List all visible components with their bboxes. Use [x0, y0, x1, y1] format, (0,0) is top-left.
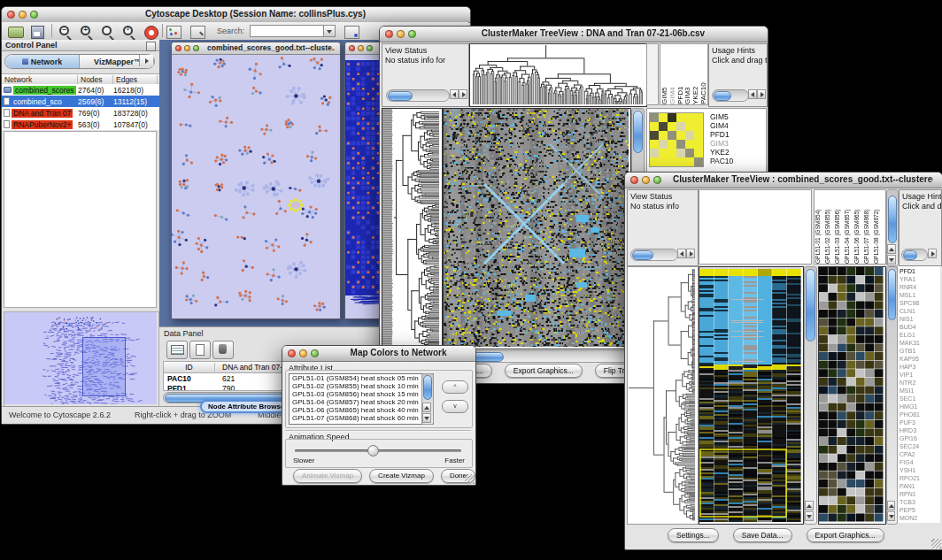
row-dendrogram[interactable] [627, 266, 699, 525]
gene-label[interactable]: GPI16 [900, 434, 940, 442]
column-label[interactable]: PAC10 [699, 44, 707, 104]
close-button[interactable] [7, 11, 15, 19]
gene-label[interactable]: PUF3 [900, 418, 940, 426]
column-label[interactable]: GPL51-01 (GSM854) [815, 190, 824, 264]
gene-label[interactable]: MSL1 [900, 291, 940, 299]
table-icon[interactable] [166, 341, 188, 359]
gene-label[interactable]: SPC98 [900, 299, 940, 307]
scroll-left-button[interactable] [677, 249, 686, 258]
zoom-heatmap[interactable] [818, 266, 886, 525]
minimize-button[interactable] [19, 11, 27, 19]
gene-label[interactable]: MON2 [900, 514, 940, 522]
gene-label[interactable]: YRA1 [900, 275, 940, 283]
row-label[interactable]: GIM4 [710, 121, 763, 130]
open-file-icon[interactable] [8, 24, 26, 38]
scrollbar-thumb[interactable] [888, 269, 896, 320]
new-attribute-icon[interactable] [189, 341, 211, 359]
attribute-item[interactable]: GPL51-04 (GSM857) heat shock 20 min [290, 398, 433, 406]
gene-label[interactable]: FIG4 [900, 458, 940, 466]
scroll-right-button[interactable] [928, 249, 937, 258]
search-config-icon[interactable] [344, 24, 362, 38]
help-icon[interactable] [144, 24, 162, 38]
zoom-in-icon[interactable]: + [79, 24, 97, 38]
zoom-selected-icon[interactable]: 1 [121, 24, 139, 38]
network-row[interactable]: RNAPuberNov2+ 563(0) 107847(0) [2, 119, 159, 130]
network-row[interactable]: DNA and Tran 07 769(0) 183728(0) [2, 107, 159, 119]
network-view-window[interactable]: combined_scores_good.txt--cluste... [171, 42, 341, 319]
usage-hints-scrollbar[interactable] [901, 249, 928, 261]
gene-label[interactable]: TCB3 [900, 498, 940, 506]
tab[interactable]: Network [5, 55, 80, 68]
treeview1-titlebar[interactable]: ClusterMaker TreeView : DNA and Tran 07-… [380, 27, 768, 42]
gene-label[interactable]: PAN1 [900, 482, 940, 490]
heatmap[interactable] [443, 108, 631, 349]
view-status-scrollbar[interactable] [630, 249, 678, 261]
column-label[interactable]: GIM3 [683, 44, 691, 104]
row-dendrogram[interactable] [382, 108, 443, 349]
attribute-item[interactable]: GPL51-06 (GSM865) heat shock 40 min [290, 406, 433, 414]
gene-label[interactable]: RPO21 [900, 474, 940, 482]
gene-label[interactable]: HAP3 [900, 363, 940, 371]
save-icon[interactable] [31, 24, 49, 38]
gene-label[interactable]: SEC1 [900, 395, 940, 403]
network-canvas[interactable] [172, 55, 338, 318]
row-label[interactable]: PFD1 [710, 130, 763, 139]
column-label[interactable]: GPL51-02 (GSM855) [824, 190, 834, 264]
gene-label[interactable]: ELG1 [900, 331, 940, 339]
resize-grip[interactable] [931, 539, 941, 548]
zoom-fit-icon[interactable] [100, 24, 118, 38]
move-down-button[interactable]: v [442, 400, 468, 413]
treeview2-titlebar[interactable]: ClusterMaker TreeView : combined_scores_… [625, 173, 942, 188]
column-label[interactable]: GIM5 [660, 44, 668, 104]
view-status-scrollbar[interactable] [386, 89, 450, 102]
network-row[interactable]: combined_scores 2764(0) 16218(0) [2, 84, 159, 96]
row-label[interactable]: GIM5 [710, 112, 763, 121]
scroll-left-button[interactable] [748, 89, 757, 99]
scroll-up-button[interactable] [887, 244, 896, 254]
column-label[interactable]: GPL51-06 (GSM865) [853, 190, 863, 264]
attribute-item[interactable]: GPL51-07 (GSM868) heat shock 60 min [290, 414, 433, 422]
gene-label[interactable]: VIP1 [900, 371, 940, 379]
gene-label[interactable]: GTB1 [900, 347, 940, 355]
column-label[interactable]: GPL51-08 (GSM872) [873, 190, 883, 264]
zoom-button[interactable] [367, 45, 373, 51]
close-button[interactable] [175, 45, 181, 51]
heatmap-vscrollbar[interactable] [804, 266, 817, 525]
gene-label[interactable]: YSH1 [900, 466, 940, 474]
scroll-down-button[interactable] [805, 511, 814, 521]
gene-label[interactable]: CPA2 [900, 450, 940, 458]
heatmap[interactable] [699, 266, 804, 525]
vizmapper-icon[interactable] [166, 24, 184, 38]
scroll-down-button[interactable] [887, 255, 896, 265]
gene-label[interactable]: MSI1 [900, 387, 940, 395]
dialog-titlebar[interactable]: Map Colors to Network [282, 346, 475, 362]
birdseye-view[interactable] [4, 311, 159, 407]
treeview-button[interactable]: Export Graphics... [505, 364, 583, 378]
attribute-list-scrollbar[interactable] [421, 373, 434, 425]
column-label[interactable]: GIM4 [668, 44, 676, 104]
scrollbar-thumb[interactable] [633, 111, 643, 153]
column-label[interactable]: GPL51-03 (GSM856) [834, 190, 844, 264]
gene-label[interactable]: NTR2 [900, 379, 940, 387]
gene-label[interactable]: HRD3 [900, 426, 940, 434]
scroll-up-button[interactable] [887, 501, 895, 510]
search-input[interactable] [250, 25, 326, 37]
column-label[interactable]: GPL51-07 (GSM868) [863, 190, 873, 264]
zoom-button[interactable] [311, 349, 319, 357]
search-dropdown-button[interactable] [323, 25, 336, 37]
close-button[interactable] [385, 30, 393, 38]
birdseye-canvas[interactable] [4, 312, 157, 404]
gene-label[interactable]: MAK31 [900, 339, 940, 347]
gene-label[interactable]: HMG1 [900, 403, 940, 410]
gene-label[interactable]: PHO81 [900, 410, 940, 418]
scroll-left-button[interactable] [450, 89, 459, 99]
zoom-out-icon[interactable]: − [58, 24, 75, 38]
gene-label[interactable]: RNR4 [900, 283, 940, 291]
attribute-item[interactable]: GPL51-02 (GSM855) heat shock 10 min [290, 382, 433, 390]
attribute-item[interactable]: GPL51-03 (GSM856) heat shock 15 min [290, 390, 433, 398]
scroll-right-button[interactable] [459, 89, 467, 99]
resize-grip[interactable] [465, 474, 475, 484]
zoom-button[interactable] [30, 11, 38, 19]
column-labels-scrollbar[interactable] [886, 189, 899, 266]
treeview-button[interactable]: Save Data... [733, 528, 792, 542]
